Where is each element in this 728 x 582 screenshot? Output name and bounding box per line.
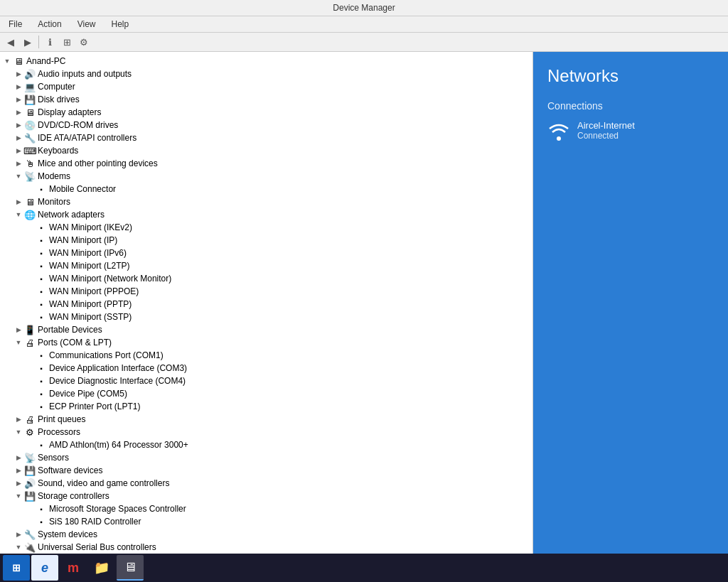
tree-item-usb[interactable]: ▼🔌Universal Serial Bus controllers — [0, 541, 532, 554]
item-icon-wan-ip: ▪ — [36, 235, 47, 246]
explorer-button[interactable]: 📁 — [88, 555, 115, 581]
start-button[interactable]: ⊞ — [3, 555, 30, 581]
expand-icon-computer: ▶ — [13, 81, 24, 92]
expand-icon-modems: ▼ — [13, 171, 24, 182]
browser2-button[interactable]: m — [60, 555, 87, 581]
item-label-com3: Device Application Interface (COM3) — [49, 363, 187, 373]
item-label-ports: Ports (COM & LPT) — [38, 338, 112, 347]
tree-item-wan-pptp[interactable]: ▪WAN Miniport (PPTP) — [0, 298, 532, 311]
tree-item-software[interactable]: ▶💾Software devices — [0, 464, 532, 477]
expand-icon-sensors: ▶ — [13, 452, 24, 463]
expand-icon-audio: ▶ — [13, 68, 24, 80]
connection-info: Aircel-Internet Connected — [577, 120, 635, 141]
item-label-com4: Device Diagnostic Interface (COM4) — [49, 376, 186, 386]
item-label-modems: Modems — [38, 171, 70, 181]
item-icon-sound: 🔊 — [24, 478, 36, 489]
item-label-usb: Universal Serial Bus controllers — [38, 542, 156, 552]
networks-panel: Networks Connections Aircel-Internet Con… — [533, 52, 728, 554]
tree-item-mobile-connector[interactable]: ▪Mobile Connector — [0, 183, 532, 195]
item-label-amd: AMD Athlon(tm) 64 Processor 3000+ — [49, 440, 188, 450]
toolbar-forward-btn[interactable]: ▶ — [20, 34, 36, 50]
expand-icon-processors: ▼ — [13, 426, 24, 438]
devicemgr-button[interactable]: 🖥 — [117, 555, 144, 581]
tree-item-sound[interactable]: ▶🔊Sound, video and game controllers — [0, 477, 532, 490]
device-tree: ▼ 🖥 Anand-PC ▶🔊Audio inputs and outputs▶… — [0, 52, 532, 554]
title-text: Device Manager — [333, 3, 395, 13]
tree-item-ms-storage[interactable]: ▪Microsoft Storage Spaces Controller — [0, 502, 532, 515]
menu-view[interactable]: View — [73, 18, 100, 31]
menu-bar: File Action View Help — [0, 16, 728, 33]
menu-file[interactable]: File — [4, 18, 26, 31]
item-label-monitors: Monitors — [38, 197, 70, 207]
expand-icon-wan-pptp — [24, 298, 36, 310]
item-icon-network: 🌐 — [24, 209, 36, 220]
toolbar-grid-btn[interactable]: ⊞ — [59, 34, 75, 50]
expand-icon-network: ▼ — [13, 209, 24, 220]
item-icon-mobile-connector: ▪ — [36, 183, 47, 195]
item-icon-wan-sstp: ▪ — [36, 311, 47, 323]
item-icon-keyboards: ⌨ — [24, 145, 36, 156]
taskbar: ⊞ e m 📁 🖥 — [0, 554, 728, 582]
tree-item-storage[interactable]: ▼💾Storage controllers — [0, 490, 532, 502]
tree-item-network[interactable]: ▼🌐Network adapters — [0, 208, 532, 221]
expand-icon-wan-sstp — [24, 311, 36, 323]
item-icon-wan-netmon: ▪ — [36, 273, 47, 284]
tree-item-mice[interactable]: ▶🖱Mice and other pointing devices — [0, 157, 532, 170]
item-label-wan-ip: WAN Miniport (IP) — [49, 235, 117, 245]
tree-item-keyboards[interactable]: ▶⌨Keyboards — [0, 144, 532, 157]
tree-item-com5[interactable]: ▪Device Pipe (COM5) — [0, 387, 532, 400]
tree-item-printq[interactable]: ▶🖨Print queues — [0, 413, 532, 426]
ie-button[interactable]: e — [31, 555, 58, 581]
toolbar-back-btn[interactable]: ◀ — [3, 34, 18, 50]
item-icon-com3: ▪ — [36, 362, 47, 374]
item-label-display: Display adapters — [38, 107, 101, 117]
toolbar-settings-btn[interactable]: ⚙ — [76, 34, 92, 50]
tree-item-ports[interactable]: ▼🖨Ports (COM & LPT) — [0, 336, 532, 349]
tree-item-monitors[interactable]: ▶🖥Monitors — [0, 195, 532, 208]
tree-item-audio[interactable]: ▶🔊Audio inputs and outputs — [0, 68, 532, 80]
tree-item-sysdevices[interactable]: ▶🔧System devices — [0, 528, 532, 541]
item-label-sound: Sound, video and game controllers — [38, 478, 169, 488]
tree-item-com4[interactable]: ▪Device Diagnostic Interface (COM4) — [0, 374, 532, 387]
tree-item-com3[interactable]: ▪Device Application Interface (COM3) — [0, 362, 532, 374]
item-label-wan-ikev2: WAN Miniport (IKEv2) — [49, 222, 132, 232]
tree-item-modems[interactable]: ▼📡Modems — [0, 170, 532, 183]
tree-root[interactable]: ▼ 🖥 Anand-PC — [0, 55, 532, 68]
tree-item-wan-ipv6[interactable]: ▪WAN Miniport (IPv6) — [0, 247, 532, 259]
item-icon-disk: 💾 — [24, 94, 36, 105]
item-label-dvd: DVD/CD-ROM drives — [38, 120, 118, 130]
tree-item-disk[interactable]: ▶💾Disk drives — [0, 93, 532, 106]
wifi-svg — [548, 121, 569, 142]
item-icon-usb: 🔌 — [24, 541, 36, 553]
tree-item-wan-netmon[interactable]: ▪WAN Miniport (Network Monitor) — [0, 272, 532, 285]
tree-item-sensors[interactable]: ▶📡Sensors — [0, 451, 532, 464]
expand-icon-wan-pppoe — [24, 286, 36, 297]
toolbar-info-btn[interactable]: ℹ — [42, 34, 58, 50]
expand-icon-wan-ip — [24, 235, 36, 246]
menu-action[interactable]: Action — [33, 18, 65, 31]
networks-title: Networks — [547, 66, 714, 86]
tree-item-wan-l2tp[interactable]: ▪WAN Miniport (L2TP) — [0, 259, 532, 272]
tree-item-portable[interactable]: ▶📱Portable Devices — [0, 323, 532, 336]
tree-item-ide[interactable]: ▶🔧IDE ATA/ATAPI controllers — [0, 131, 532, 144]
expand-icon-display: ▶ — [13, 107, 24, 118]
item-icon-sensors: 📡 — [24, 452, 36, 463]
tree-item-wan-pppoe[interactable]: ▪WAN Miniport (PPPOE) — [0, 285, 532, 298]
expand-icon-monitors: ▶ — [13, 196, 24, 208]
menu-help[interactable]: Help — [107, 18, 134, 31]
expand-icon-com3 — [24, 362, 36, 374]
tree-item-wan-ip[interactable]: ▪WAN Miniport (IP) — [0, 234, 532, 247]
tree-item-amd[interactable]: ▪AMD Athlon(tm) 64 Processor 3000+ — [0, 438, 532, 451]
tree-item-com1[interactable]: ▪Communications Port (COM1) — [0, 349, 532, 362]
item-icon-mice: 🖱 — [24, 158, 36, 169]
tree-item-dvd[interactable]: ▶💿DVD/CD-ROM drives — [0, 119, 532, 131]
tree-item-wan-ikev2[interactable]: ▪WAN Miniport (IKEv2) — [0, 221, 532, 234]
tree-item-display[interactable]: ▶🖥Display adapters — [0, 106, 532, 119]
tree-item-processors[interactable]: ▼⚙Processors — [0, 426, 532, 438]
main-area: ▼ 🖥 Anand-PC ▶🔊Audio inputs and outputs▶… — [0, 52, 728, 554]
tree-item-lpt1[interactable]: ▪ECP Printer Port (LPT1) — [0, 400, 532, 413]
item-icon-portable: 📱 — [24, 324, 36, 335]
tree-item-sis180[interactable]: ▪SiS 180 RAID Controller — [0, 515, 532, 528]
tree-item-wan-sstp[interactable]: ▪WAN Miniport (SSTP) — [0, 311, 532, 323]
tree-item-computer[interactable]: ▶💻Computer — [0, 80, 532, 93]
